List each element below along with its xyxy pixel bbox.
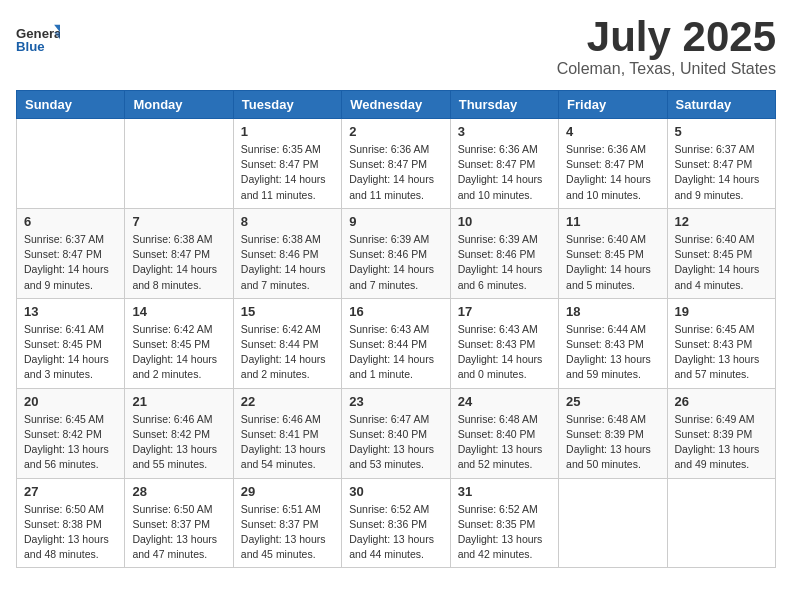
day-info: Sunrise: 6:49 AM Sunset: 8:39 PM Dayligh… (675, 412, 768, 473)
day-info: Sunrise: 6:46 AM Sunset: 8:41 PM Dayligh… (241, 412, 334, 473)
day-info: Sunrise: 6:50 AM Sunset: 8:38 PM Dayligh… (24, 502, 117, 563)
calendar-cell: 22Sunrise: 6:46 AM Sunset: 8:41 PM Dayli… (233, 388, 341, 478)
day-number: 6 (24, 214, 117, 229)
calendar-week-row: 27Sunrise: 6:50 AM Sunset: 8:38 PM Dayli… (17, 478, 776, 568)
calendar-cell: 26Sunrise: 6:49 AM Sunset: 8:39 PM Dayli… (667, 388, 775, 478)
calendar-cell (559, 478, 667, 568)
day-number: 17 (458, 304, 551, 319)
calendar-cell: 13Sunrise: 6:41 AM Sunset: 8:45 PM Dayli… (17, 298, 125, 388)
calendar-cell: 17Sunrise: 6:43 AM Sunset: 8:43 PM Dayli… (450, 298, 558, 388)
calendar-week-row: 13Sunrise: 6:41 AM Sunset: 8:45 PM Dayli… (17, 298, 776, 388)
day-number: 10 (458, 214, 551, 229)
day-info: Sunrise: 6:36 AM Sunset: 8:47 PM Dayligh… (349, 142, 442, 203)
day-number: 24 (458, 394, 551, 409)
day-info: Sunrise: 6:36 AM Sunset: 8:47 PM Dayligh… (566, 142, 659, 203)
calendar-cell: 24Sunrise: 6:48 AM Sunset: 8:40 PM Dayli… (450, 388, 558, 478)
calendar-table: SundayMondayTuesdayWednesdayThursdayFrid… (16, 90, 776, 568)
day-number: 27 (24, 484, 117, 499)
day-info: Sunrise: 6:48 AM Sunset: 8:40 PM Dayligh… (458, 412, 551, 473)
day-number: 7 (132, 214, 225, 229)
page-header: General Blue July 2025 Coleman, Texas, U… (16, 16, 776, 78)
title-block: July 2025 Coleman, Texas, United States (557, 16, 776, 78)
calendar-cell: 30Sunrise: 6:52 AM Sunset: 8:36 PM Dayli… (342, 478, 450, 568)
calendar-cell (667, 478, 775, 568)
calendar-cell: 20Sunrise: 6:45 AM Sunset: 8:42 PM Dayli… (17, 388, 125, 478)
day-info: Sunrise: 6:47 AM Sunset: 8:40 PM Dayligh… (349, 412, 442, 473)
weekday-header: Saturday (667, 91, 775, 119)
weekday-header: Tuesday (233, 91, 341, 119)
day-info: Sunrise: 6:52 AM Sunset: 8:36 PM Dayligh… (349, 502, 442, 563)
day-info: Sunrise: 6:39 AM Sunset: 8:46 PM Dayligh… (458, 232, 551, 293)
day-number: 23 (349, 394, 442, 409)
day-number: 14 (132, 304, 225, 319)
calendar-cell: 19Sunrise: 6:45 AM Sunset: 8:43 PM Dayli… (667, 298, 775, 388)
day-info: Sunrise: 6:38 AM Sunset: 8:46 PM Dayligh… (241, 232, 334, 293)
logo: General Blue (16, 16, 60, 60)
weekday-header: Wednesday (342, 91, 450, 119)
weekday-header: Thursday (450, 91, 558, 119)
day-number: 30 (349, 484, 442, 499)
calendar-cell: 6Sunrise: 6:37 AM Sunset: 8:47 PM Daylig… (17, 208, 125, 298)
calendar-cell: 15Sunrise: 6:42 AM Sunset: 8:44 PM Dayli… (233, 298, 341, 388)
day-number: 29 (241, 484, 334, 499)
calendar-cell: 14Sunrise: 6:42 AM Sunset: 8:45 PM Dayli… (125, 298, 233, 388)
day-number: 21 (132, 394, 225, 409)
calendar-cell: 1Sunrise: 6:35 AM Sunset: 8:47 PM Daylig… (233, 119, 341, 209)
day-info: Sunrise: 6:41 AM Sunset: 8:45 PM Dayligh… (24, 322, 117, 383)
calendar-week-row: 20Sunrise: 6:45 AM Sunset: 8:42 PM Dayli… (17, 388, 776, 478)
calendar-cell: 27Sunrise: 6:50 AM Sunset: 8:38 PM Dayli… (17, 478, 125, 568)
day-number: 12 (675, 214, 768, 229)
logo-icon: General Blue (16, 16, 60, 60)
calendar-cell: 31Sunrise: 6:52 AM Sunset: 8:35 PM Dayli… (450, 478, 558, 568)
calendar-cell: 10Sunrise: 6:39 AM Sunset: 8:46 PM Dayli… (450, 208, 558, 298)
day-number: 1 (241, 124, 334, 139)
day-info: Sunrise: 6:37 AM Sunset: 8:47 PM Dayligh… (24, 232, 117, 293)
calendar-cell: 3Sunrise: 6:36 AM Sunset: 8:47 PM Daylig… (450, 119, 558, 209)
day-number: 2 (349, 124, 442, 139)
weekday-header: Sunday (17, 91, 125, 119)
day-info: Sunrise: 6:38 AM Sunset: 8:47 PM Dayligh… (132, 232, 225, 293)
day-number: 13 (24, 304, 117, 319)
day-number: 3 (458, 124, 551, 139)
day-info: Sunrise: 6:42 AM Sunset: 8:44 PM Dayligh… (241, 322, 334, 383)
calendar-cell: 21Sunrise: 6:46 AM Sunset: 8:42 PM Dayli… (125, 388, 233, 478)
calendar-title: July 2025 (557, 16, 776, 58)
day-number: 25 (566, 394, 659, 409)
day-info: Sunrise: 6:44 AM Sunset: 8:43 PM Dayligh… (566, 322, 659, 383)
day-number: 20 (24, 394, 117, 409)
calendar-cell: 7Sunrise: 6:38 AM Sunset: 8:47 PM Daylig… (125, 208, 233, 298)
calendar-cell: 9Sunrise: 6:39 AM Sunset: 8:46 PM Daylig… (342, 208, 450, 298)
calendar-cell: 18Sunrise: 6:44 AM Sunset: 8:43 PM Dayli… (559, 298, 667, 388)
day-info: Sunrise: 6:42 AM Sunset: 8:45 PM Dayligh… (132, 322, 225, 383)
calendar-cell (17, 119, 125, 209)
day-number: 9 (349, 214, 442, 229)
day-number: 4 (566, 124, 659, 139)
day-number: 11 (566, 214, 659, 229)
calendar-cell: 5Sunrise: 6:37 AM Sunset: 8:47 PM Daylig… (667, 119, 775, 209)
day-info: Sunrise: 6:52 AM Sunset: 8:35 PM Dayligh… (458, 502, 551, 563)
day-number: 15 (241, 304, 334, 319)
calendar-cell: 2Sunrise: 6:36 AM Sunset: 8:47 PM Daylig… (342, 119, 450, 209)
day-number: 31 (458, 484, 551, 499)
calendar-week-row: 1Sunrise: 6:35 AM Sunset: 8:47 PM Daylig… (17, 119, 776, 209)
calendar-cell: 16Sunrise: 6:43 AM Sunset: 8:44 PM Dayli… (342, 298, 450, 388)
calendar-cell: 28Sunrise: 6:50 AM Sunset: 8:37 PM Dayli… (125, 478, 233, 568)
calendar-cell: 23Sunrise: 6:47 AM Sunset: 8:40 PM Dayli… (342, 388, 450, 478)
day-number: 19 (675, 304, 768, 319)
day-info: Sunrise: 6:43 AM Sunset: 8:43 PM Dayligh… (458, 322, 551, 383)
weekday-header: Friday (559, 91, 667, 119)
calendar-cell: 11Sunrise: 6:40 AM Sunset: 8:45 PM Dayli… (559, 208, 667, 298)
day-info: Sunrise: 6:36 AM Sunset: 8:47 PM Dayligh… (458, 142, 551, 203)
calendar-cell: 8Sunrise: 6:38 AM Sunset: 8:46 PM Daylig… (233, 208, 341, 298)
day-info: Sunrise: 6:37 AM Sunset: 8:47 PM Dayligh… (675, 142, 768, 203)
weekday-header: Monday (125, 91, 233, 119)
calendar-cell (125, 119, 233, 209)
day-number: 18 (566, 304, 659, 319)
day-info: Sunrise: 6:35 AM Sunset: 8:47 PM Dayligh… (241, 142, 334, 203)
day-number: 8 (241, 214, 334, 229)
calendar-location: Coleman, Texas, United States (557, 60, 776, 78)
day-info: Sunrise: 6:51 AM Sunset: 8:37 PM Dayligh… (241, 502, 334, 563)
day-number: 16 (349, 304, 442, 319)
day-number: 5 (675, 124, 768, 139)
calendar-cell: 4Sunrise: 6:36 AM Sunset: 8:47 PM Daylig… (559, 119, 667, 209)
